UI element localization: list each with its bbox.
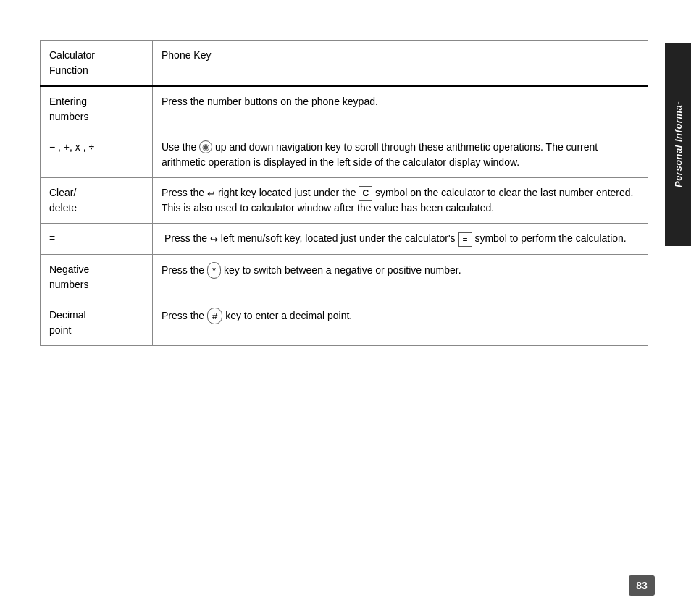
table-row: Decimalpoint Press the # key to enter a …: [41, 300, 648, 345]
row5-function-text: Negativenumbers: [49, 263, 89, 290]
table-row: Negativenumbers Press the * key to switc…: [41, 254, 648, 300]
table-row: − , +, x , ÷ Use the up and down navigat…: [41, 132, 648, 178]
nav-icon: [199, 140, 212, 153]
row1-description-text: Press the number buttons on the phone ke…: [162, 96, 378, 107]
row3-description-text: Press the ↩ right key located just under…: [162, 187, 633, 214]
header-key-cell: Phone Key: [153, 41, 648, 87]
row3-description: Press the ↩ right key located just under…: [153, 178, 648, 224]
header-function-label: CalculatorFunction: [49, 49, 95, 76]
row5-description-text: Press the * key to switch between a nega…: [162, 264, 461, 276]
row4-description-text: Press the ↪ left menu/soft key, located …: [162, 232, 627, 244]
eq-symbol: =: [458, 232, 472, 247]
side-tab: Personal Informa-: [665, 43, 691, 246]
row6-function-text: Decimalpoint: [49, 309, 86, 336]
row2-description: Use the up and down navigation key to sc…: [153, 132, 648, 178]
row6-description-text: Press the # key to enter a decimal point…: [162, 310, 352, 321]
row6-function: Decimalpoint: [41, 300, 153, 345]
header-key-label: Phone Key: [162, 49, 212, 61]
row1-function: Enteringnumbers: [41, 86, 153, 132]
row2-function: − , +, x , ÷: [41, 132, 153, 178]
star-key-btn: *: [207, 262, 221, 279]
c-symbol: C: [359, 186, 372, 201]
row3-function-text: Clear/delete: [49, 187, 77, 214]
table-row: Clear/delete Press the ↩ right key locat…: [41, 178, 648, 224]
row1-description: Press the number buttons on the phone ke…: [153, 86, 648, 132]
row4-description: Press the ↪ left menu/soft key, located …: [153, 224, 648, 254]
table-row: = Press the ↪ left menu/soft key, locate…: [41, 224, 648, 254]
left-key-icon: ↪: [210, 232, 218, 247]
row4-function: =: [41, 224, 153, 254]
table-row: Enteringnumbers Press the number buttons…: [41, 86, 648, 132]
calculator-table: CalculatorFunction Phone Key Enteringnum…: [40, 40, 648, 346]
header-function-cell: CalculatorFunction: [41, 41, 153, 87]
table-header-row: CalculatorFunction Phone Key: [41, 41, 648, 87]
content-area: CalculatorFunction Phone Key Enteringnum…: [40, 40, 648, 346]
row1-function-text: Enteringnumbers: [49, 96, 88, 122]
right-key-icon: ↩: [207, 187, 215, 201]
row3-function: Clear/delete: [41, 178, 153, 224]
hash-key-btn: #: [207, 308, 222, 325]
row5-function: Negativenumbers: [41, 254, 153, 300]
row5-description: Press the * key to switch between a nega…: [153, 254, 648, 300]
row2-description-text: Use the up and down navigation key to sc…: [162, 141, 598, 168]
row6-description: Press the # key to enter a decimal point…: [153, 300, 648, 345]
row4-function-text: =: [49, 232, 55, 244]
row2-function-text: − , +, x , ÷: [49, 141, 94, 153]
page-container: Personal Informa- 83 CalculatorFunction …: [0, 0, 691, 616]
side-tab-label: Personal Informa-: [673, 101, 684, 187]
page-number: 83: [629, 575, 655, 596]
